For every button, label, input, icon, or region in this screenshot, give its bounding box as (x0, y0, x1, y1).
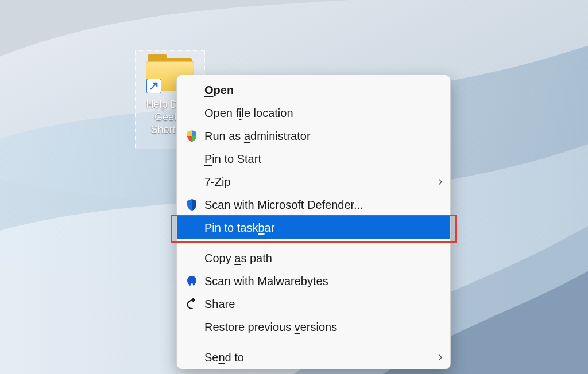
submenu-chevron-icon (431, 178, 450, 185)
malware-icon (185, 274, 204, 288)
menu-item-7zip[interactable]: 7-Zip (177, 170, 450, 193)
blank-icon (185, 83, 204, 97)
menu-item-label: Open (204, 84, 431, 97)
blank-icon (185, 320, 204, 334)
blank-icon (185, 106, 204, 120)
menu-item-label: Send to (204, 351, 431, 364)
shortcut-arrow-icon (146, 79, 161, 94)
blank-icon (185, 350, 204, 364)
menu-item-send-to[interactable]: Send to (177, 346, 450, 369)
blank-icon (185, 175, 204, 189)
menu-item-label: Open file location (204, 107, 431, 120)
menu-item-label: Scan with Malwarebytes (204, 275, 431, 288)
menu-item-label: Scan with Microsoft Defender... (204, 198, 431, 212)
shield-icon (185, 129, 204, 143)
menu-item-label: Copy as path (204, 252, 431, 265)
menu-item-open-loc[interactable]: Open file location (177, 102, 450, 124)
menu-item-label: Share (204, 298, 431, 311)
share-icon (185, 297, 204, 311)
menu-item-run-admin[interactable]: Run as administrator (177, 124, 450, 147)
menu-item-copy-path[interactable]: Copy as path (177, 247, 450, 270)
menu-item-label: 7-Zip (204, 176, 431, 189)
menu-item-defender[interactable]: Scan with Microsoft Defender... (177, 193, 450, 216)
menu-item-restore[interactable]: Restore previous versions (177, 315, 450, 338)
menu-item-open[interactable]: Open (177, 79, 450, 102)
menu-item-label: Pin to taskbar (204, 221, 431, 235)
blank-icon (185, 152, 204, 166)
menu-item-label: Pin to Start (204, 153, 431, 166)
blank-icon (185, 221, 204, 235)
defender-icon (185, 198, 204, 212)
menu-item-pin-taskbar[interactable]: Pin to taskbar (177, 216, 450, 239)
menu-item-malwarebytes[interactable]: Scan with Malwarebytes (177, 270, 450, 293)
menu-separator (177, 243, 450, 243)
context-menu: OpenOpen file locationRun as administrat… (176, 75, 451, 369)
menu-item-share[interactable]: Share (177, 293, 450, 315)
submenu-chevron-icon (431, 354, 450, 361)
menu-item-label: Restore previous versions (204, 321, 431, 334)
blank-icon (185, 251, 204, 265)
menu-item-pin-start[interactable]: Pin to Start (177, 147, 450, 170)
menu-item-label: Run as administrator (204, 130, 431, 143)
menu-separator (177, 342, 450, 342)
